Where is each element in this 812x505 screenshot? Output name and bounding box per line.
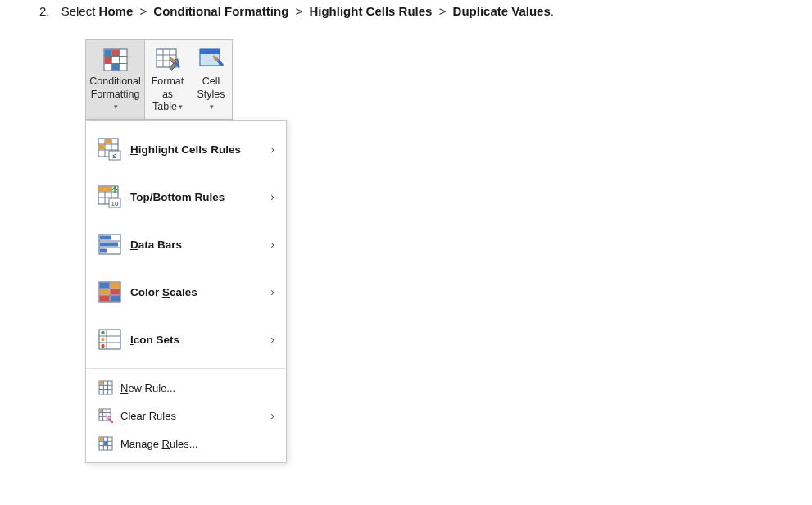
chevron-down-icon: ▾ (179, 102, 183, 111)
cell-styles-label-2: Styles (197, 89, 225, 100)
chevron-right-icon: › (270, 409, 274, 422)
chevron-right-icon: › (270, 238, 274, 251)
chevron-down-icon: ▾ (210, 102, 214, 111)
path-duplicate: Duplicate Values (453, 4, 551, 18)
menu-label: Icon Sets (130, 334, 179, 346)
format-as-table-button[interactable]: Format as Table▾ (145, 40, 191, 119)
menu-new-rule[interactable]: New Rule... (86, 374, 286, 402)
svg-rect-69 (100, 410, 103, 413)
svg-rect-31 (106, 187, 111, 192)
path-sep: > (139, 4, 147, 18)
conditional-formatting-icon (103, 48, 128, 71)
svg-text:10: 10 (111, 200, 119, 207)
chevron-right-icon: › (270, 285, 274, 298)
svg-rect-6 (111, 50, 118, 57)
svg-rect-49 (100, 296, 110, 302)
ribbon-styles-group: Conditional Formatting▾ (85, 39, 233, 120)
menu-label: New Rule... (120, 382, 175, 394)
conditional-formatting-button[interactable]: Conditional Formatting▾ (86, 40, 145, 119)
svg-rect-21 (106, 139, 111, 144)
color-scales-icon (98, 280, 122, 304)
svg-point-55 (101, 331, 104, 334)
menu-label: Color Scales (130, 286, 197, 298)
format-table-label-1: Format as (152, 75, 184, 100)
svg-rect-22 (99, 145, 105, 150)
svg-text:≤: ≤ (113, 152, 117, 160)
path-sep: > (296, 4, 303, 18)
data-bars-icon (98, 232, 122, 257)
svg-rect-75 (100, 438, 103, 441)
path-highlight: Highlight Cells Rules (309, 4, 432, 18)
instruction-suffix: . (551, 4, 554, 18)
menu-label: Data Bars (130, 239, 182, 251)
menu-separator (86, 368, 286, 369)
menu-label: Top/Bottom Rules (130, 191, 225, 203)
top-bottom-rules-icon: 10 (98, 184, 122, 209)
format-as-table-icon (156, 48, 180, 71)
conditional-formatting-dropdown: ≤ Highlight Cells Rules › 10 Top/Bottom … (85, 120, 287, 463)
svg-rect-47 (100, 289, 110, 295)
chevron-right-icon: › (270, 190, 274, 203)
menu-label: Manage Rules... (120, 438, 198, 450)
cell-styles-label-1: Cell (202, 75, 220, 87)
instruction-line: 2. Select Home > Conditional Formatting … (39, 4, 554, 18)
menu-clear-rules[interactable]: Clear Rules › (86, 402, 286, 430)
svg-rect-15 (200, 49, 220, 54)
cell-styles-icon (199, 48, 224, 71)
svg-rect-30 (99, 187, 105, 192)
menu-icon-sets[interactable]: Icon Sets › (86, 316, 286, 363)
path-sep: > (439, 4, 447, 18)
instruction-prefix: Select (61, 4, 99, 18)
svg-rect-46 (111, 283, 120, 289)
conditional-label-2: Formatting (91, 89, 140, 100)
format-table-label-2: Table (152, 101, 177, 112)
svg-rect-45 (100, 283, 110, 289)
cell-styles-button[interactable]: Cell Styles▾ (191, 40, 232, 119)
svg-rect-76 (104, 442, 107, 445)
svg-point-57 (101, 344, 104, 348)
svg-rect-8 (111, 64, 118, 71)
svg-rect-5 (104, 50, 111, 57)
svg-rect-39 (100, 243, 118, 247)
svg-rect-63 (100, 382, 103, 385)
highlight-cells-rules-icon: ≤ (98, 137, 122, 162)
chevron-down-icon: ▾ (114, 102, 118, 111)
path-home: Home (99, 4, 134, 18)
menu-top-bottom-rules[interactable]: 10 Top/Bottom Rules › (86, 173, 286, 221)
step-number: 2. (39, 4, 50, 18)
menu-color-scales[interactable]: Color Scales › (86, 268, 286, 316)
manage-rules-icon (98, 435, 114, 452)
menu-data-bars[interactable]: Data Bars › (86, 221, 286, 268)
chevron-right-icon: › (270, 143, 274, 156)
path-cond-format: Conditional Formatting (153, 4, 288, 18)
clear-rules-icon (98, 407, 114, 424)
menu-label: Clear Rules (120, 410, 176, 422)
icon-sets-icon (98, 327, 122, 352)
svg-rect-48 (111, 289, 120, 295)
svg-rect-38 (100, 236, 111, 240)
svg-rect-7 (104, 57, 111, 63)
svg-rect-40 (100, 249, 107, 253)
conditional-label-1: Conditional (89, 75, 141, 87)
svg-rect-50 (111, 296, 120, 302)
svg-point-56 (101, 338, 104, 341)
menu-label: Highlight Cells Rules (130, 143, 241, 156)
menu-manage-rules[interactable]: Manage Rules... (86, 430, 286, 457)
chevron-right-icon: › (270, 333, 274, 346)
menu-highlight-cells-rules[interactable]: ≤ Highlight Cells Rules › (86, 125, 286, 173)
new-rule-icon (98, 380, 114, 396)
